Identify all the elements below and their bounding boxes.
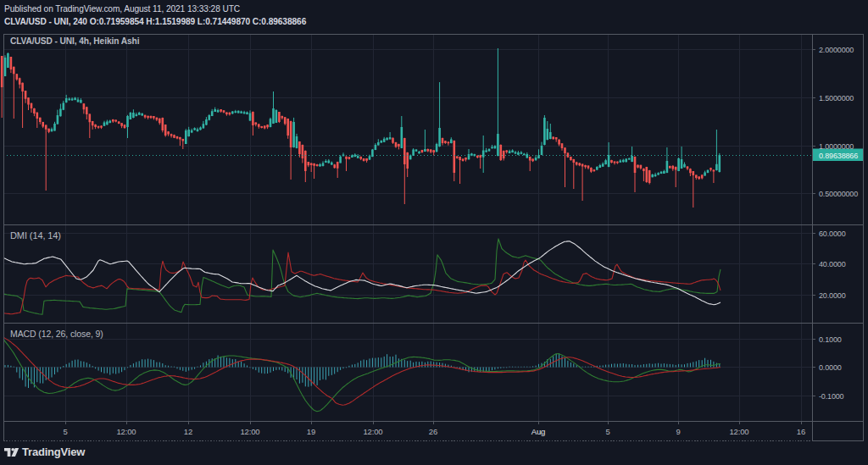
svg-text:9: 9: [676, 427, 680, 436]
svg-text:CLVA/USD - UNI, 240 O:0.719598: CLVA/USD - UNI, 240 O:0.71959854 H:1.151…: [4, 17, 307, 26]
svg-text:12:00: 12:00: [240, 427, 259, 436]
svg-text:-0.1000: -0.1000: [819, 392, 844, 401]
svg-text:5: 5: [63, 427, 67, 436]
svg-text:20.0000: 20.0000: [819, 291, 846, 300]
svg-text:12:00: 12:00: [729, 427, 748, 436]
svg-text:12: 12: [184, 427, 192, 436]
svg-text:DMI (14, 14): DMI (14, 14): [10, 230, 61, 241]
svg-text:26: 26: [429, 427, 437, 436]
svg-text:16: 16: [797, 427, 805, 436]
svg-text:5: 5: [605, 427, 609, 436]
svg-text:12:00: 12:00: [116, 427, 136, 436]
svg-text:2.0000000: 2.0000000: [819, 46, 854, 54]
svg-text:TradingView: TradingView: [22, 446, 86, 458]
svg-text:0.89638866: 0.89638866: [819, 152, 858, 160]
svg-text:MACD (12, 26, close, 9): MACD (12, 26, close, 9): [10, 329, 103, 339]
svg-text:1.0000000: 1.0000000: [819, 142, 854, 151]
svg-text:CLVA/USD - UNI, 4h, Heikin Ash: CLVA/USD - UNI, 4h, Heikin Ashi: [10, 36, 140, 46]
svg-text:12:00: 12:00: [363, 427, 382, 436]
svg-text:Published on TradingView.com,: Published on TradingView.com, August 11,…: [4, 4, 240, 14]
svg-text:1.5000000: 1.5000000: [819, 94, 854, 102]
svg-text:0.1000: 0.1000: [819, 335, 842, 344]
svg-text:0.50000000: 0.50000000: [819, 190, 858, 198]
svg-text:Aug: Aug: [531, 427, 545, 436]
svg-text:0.0000: 0.0000: [819, 363, 842, 372]
svg-text:19: 19: [307, 427, 315, 436]
svg-text:60.0000: 60.0000: [819, 230, 846, 238]
svg-text:40.0000: 40.0000: [819, 260, 846, 268]
